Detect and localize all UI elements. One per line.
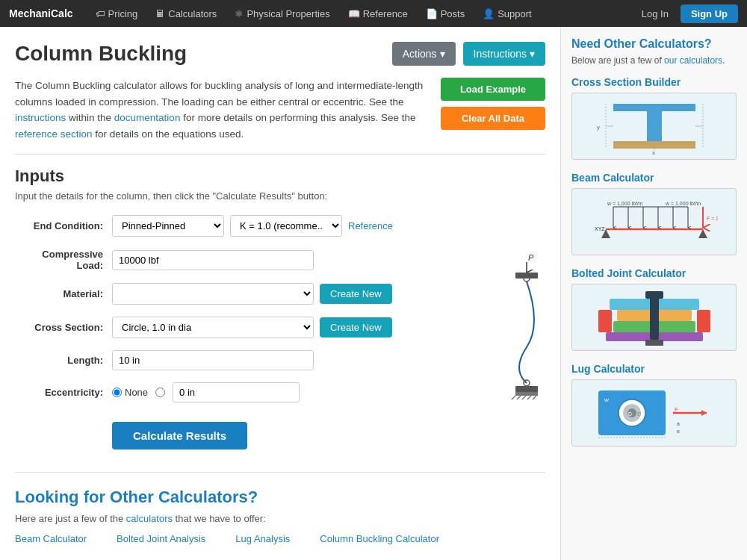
main-container: Column Buckling Actions ▾ Instructions ▾… [0, 27, 747, 560]
svg-text:XYZ: XYZ [595, 226, 605, 231]
column-diagram-svg: P [474, 250, 542, 414]
svg-marker-52 [701, 410, 707, 416]
compressive-load-label: Compressive Load: [15, 249, 112, 271]
material-select[interactable] [112, 283, 314, 305]
beam-calc-link[interactable]: Beam Calculator [15, 533, 87, 544]
svg-rect-41 [650, 295, 659, 340]
beam-calculator-card-title[interactable]: Beam Calculator [571, 172, 737, 184]
bolted-joint-card-image[interactable] [571, 284, 737, 351]
left-panel: Column Buckling Actions ▾ Instructions ▾… [0, 27, 560, 560]
documentation-link[interactable]: documentation [114, 112, 181, 123]
nav-item-calculators[interactable]: 🖩 Calculators [148, 4, 224, 24]
right-panel: Need Other Calculators? Below are just a… [560, 27, 747, 560]
svg-line-11 [533, 396, 536, 399]
instructions-link[interactable]: instructions [15, 112, 66, 123]
beam-svg: w = 1,000 lbf/in w = 1,000 lbf/in XYZ F … [591, 192, 718, 252]
compressive-load-input[interactable] [112, 250, 314, 270]
brand-logo[interactable]: MechaniCalc [9, 7, 73, 19]
lug-calculator-card-title[interactable]: Lug Calculator [571, 363, 737, 375]
eccentricity-label: Eccentricity: [15, 387, 112, 398]
length-input[interactable] [112, 350, 314, 370]
lug-analysis-link[interactable]: Lug Analysis [235, 533, 290, 544]
login-button[interactable]: Log In [634, 4, 676, 23]
reference-link[interactable]: Reference [348, 220, 393, 231]
nav-item-physical-properties[interactable]: ⚛ Physical Properties [227, 4, 337, 24]
bolted-joint-link[interactable]: Bolted Joint Analysis [117, 533, 205, 544]
end-condition-select[interactable]: Pinned-Pinned Fixed-Fixed Fixed-Pinned F… [112, 215, 224, 237]
column-diagram: P [471, 215, 545, 449]
nav-item-reference[interactable]: 📖 Reference [341, 4, 415, 24]
cross-section-card-image[interactable]: y x [571, 93, 737, 160]
inputs-title: Inputs [15, 167, 545, 186]
svg-line-9 [522, 396, 526, 399]
svg-text:D: D [628, 411, 632, 417]
bolted-joint-card: Bolted Joint Calculator [571, 267, 737, 351]
navbar: MechaniCalc 🏷 Pricing 🖩 Calculators ⚛ Ph… [0, 0, 747, 27]
eccentricity-input[interactable] [173, 382, 300, 402]
k-value-select[interactable]: K = 1.0 (recomme... K = 0.5 K = 0.7 K = … [230, 215, 342, 237]
book-icon: 📖 [348, 8, 360, 19]
svg-text:y: y [597, 124, 600, 131]
cross-section-controls: Circle, 1.0 in dia Create New [112, 317, 392, 338]
create-section-button[interactable]: Create New [320, 317, 392, 337]
eccentricity-none-radio-label[interactable]: None [112, 387, 148, 398]
nav-items: 🏷 Pricing 🖩 Calculators ⚛ Physical Prope… [88, 4, 634, 24]
support-icon: 👤 [483, 8, 495, 19]
svg-line-8 [517, 396, 521, 399]
clear-all-button[interactable]: Clear All Data [441, 107, 545, 130]
svg-text:F: F [675, 406, 678, 413]
right-panel-subtitle: Below are just a few of our calculators. [571, 55, 737, 66]
lug-calculator-card-image[interactable]: F w D D a e [571, 379, 737, 447]
svg-text:e: e [677, 429, 680, 434]
instructions-button[interactable]: Instructions ▾ [463, 42, 545, 66]
nav-item-pricing[interactable]: 🏷 Pricing [88, 4, 146, 24]
beam-calculator-card: Beam Calculator [571, 172, 737, 255]
load-example-button[interactable]: Load Example [441, 78, 545, 101]
end-condition-controls: Pinned-Pinned Fixed-Fixed Fixed-Pinned F… [112, 215, 393, 237]
our-calculators-link[interactable]: our calculators. [664, 55, 725, 66]
calculators-link[interactable]: calculators [126, 513, 173, 524]
calculate-button[interactable]: Calculate Results [112, 422, 247, 449]
signup-button[interactable]: Sign Up [681, 4, 738, 23]
description-area: The Column Buckling calculator allows fo… [15, 78, 545, 155]
right-panel-title: Need Other Calculators? [571, 37, 737, 51]
description-buttons: Load Example Clear All Data [441, 78, 545, 142]
description-text: The Column Buckling calculator allows fo… [15, 78, 426, 142]
beam-calculator-card-image[interactable]: w = 1,000 lbf/in w = 1,000 lbf/in XYZ F … [571, 188, 737, 255]
column-buckling-link[interactable]: Column Buckling Calculator [320, 533, 439, 544]
svg-rect-5 [515, 386, 538, 392]
cross-section-select[interactable]: Circle, 1.0 in dia [112, 317, 314, 338]
eccentricity-controls: None [112, 382, 300, 402]
inputs-form: End Condition: Pinned-Pinned Fixed-Fixed… [15, 215, 456, 449]
svg-rect-13 [647, 111, 662, 141]
inputs-subtitle: Input the details for the column, then c… [15, 190, 545, 202]
svg-rect-42 [645, 291, 663, 299]
svg-rect-14 [613, 141, 695, 149]
actions-button[interactable]: Actions ▾ [392, 42, 456, 66]
length-controls [112, 350, 314, 370]
material-controls: Create New [112, 283, 392, 305]
atom-icon: ⚛ [235, 8, 244, 19]
svg-line-10 [527, 396, 531, 399]
create-material-button[interactable]: Create New [320, 284, 392, 304]
eccentricity-none-radio[interactable] [112, 388, 122, 397]
cross-section-label: Cross Section: [15, 322, 112, 333]
looking-title: Looking for Other Calculators? [15, 488, 545, 507]
cross-section-svg: y x [591, 96, 718, 156]
nav-item-support[interactable]: 👤 Support [475, 4, 539, 24]
eccentricity-value-radio-label[interactable] [155, 388, 165, 397]
svg-text:w: w [604, 396, 609, 403]
svg-rect-12 [613, 104, 695, 111]
reference-section-link[interactable]: reference section [15, 128, 93, 140]
inputs-section: Inputs Input the details for the column,… [15, 167, 545, 449]
cross-section-card-title[interactable]: Cross Section Builder [571, 76, 737, 88]
bolted-joint-card-title[interactable]: Bolted Joint Calculator [571, 267, 737, 279]
svg-text:w = 1,000 lbf/in: w = 1,000 lbf/in [665, 201, 701, 206]
svg-rect-44 [598, 310, 612, 332]
cross-section-card: Cross Section Builder y x [571, 76, 737, 160]
looking-subtitle: Here are just a few of the calculators t… [15, 513, 545, 524]
cross-section-row: Cross Section: Circle, 1.0 in dia Create… [15, 317, 456, 338]
svg-text:w = 1,000 lbf/in: w = 1,000 lbf/in [607, 201, 642, 206]
nav-item-posts[interactable]: 📄 Posts [418, 4, 473, 24]
eccentricity-value-radio[interactable] [155, 388, 165, 397]
